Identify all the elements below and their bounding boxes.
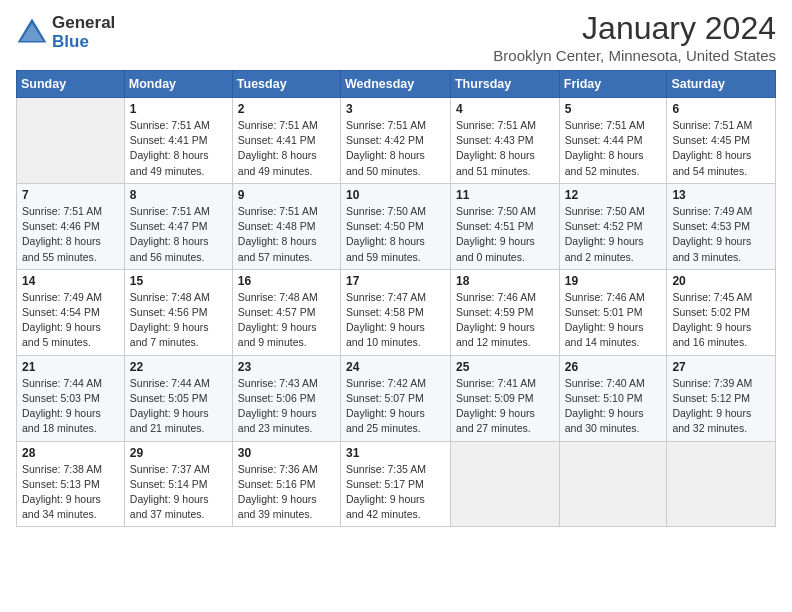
calendar-day-cell: 7Sunrise: 7:51 AMSunset: 4:46 PMDaylight… bbox=[17, 183, 125, 269]
calendar-day-cell: 8Sunrise: 7:51 AMSunset: 4:47 PMDaylight… bbox=[124, 183, 232, 269]
day-info: Sunrise: 7:51 AMSunset: 4:47 PMDaylight:… bbox=[130, 204, 227, 265]
day-info: Sunrise: 7:39 AMSunset: 5:12 PMDaylight:… bbox=[672, 376, 770, 437]
day-number: 11 bbox=[456, 188, 554, 202]
day-number: 28 bbox=[22, 446, 119, 460]
day-info: Sunrise: 7:50 AMSunset: 4:50 PMDaylight:… bbox=[346, 204, 445, 265]
calendar-day-cell bbox=[450, 441, 559, 527]
calendar-week-row: 28Sunrise: 7:38 AMSunset: 5:13 PMDayligh… bbox=[17, 441, 776, 527]
weekday-header: Friday bbox=[559, 71, 667, 98]
day-number: 24 bbox=[346, 360, 445, 374]
weekday-header: Thursday bbox=[450, 71, 559, 98]
day-info: Sunrise: 7:48 AMSunset: 4:56 PMDaylight:… bbox=[130, 290, 227, 351]
day-info: Sunrise: 7:51 AMSunset: 4:44 PMDaylight:… bbox=[565, 118, 662, 179]
calendar-day-cell: 1Sunrise: 7:51 AMSunset: 4:41 PMDaylight… bbox=[124, 98, 232, 184]
day-number: 3 bbox=[346, 102, 445, 116]
day-number: 9 bbox=[238, 188, 335, 202]
calendar-day-cell: 4Sunrise: 7:51 AMSunset: 4:43 PMDaylight… bbox=[450, 98, 559, 184]
title-area: January 2024 Brooklyn Center, Minnesota,… bbox=[493, 10, 776, 64]
day-number: 29 bbox=[130, 446, 227, 460]
day-info: Sunrise: 7:44 AMSunset: 5:03 PMDaylight:… bbox=[22, 376, 119, 437]
day-number: 30 bbox=[238, 446, 335, 460]
weekday-header: Wednesday bbox=[341, 71, 451, 98]
day-number: 14 bbox=[22, 274, 119, 288]
day-info: Sunrise: 7:36 AMSunset: 5:16 PMDaylight:… bbox=[238, 462, 335, 523]
day-number: 20 bbox=[672, 274, 770, 288]
weekday-header: Saturday bbox=[667, 71, 776, 98]
calendar-day-cell: 24Sunrise: 7:42 AMSunset: 5:07 PMDayligh… bbox=[341, 355, 451, 441]
logo-icon bbox=[16, 17, 48, 49]
calendar-week-row: 1Sunrise: 7:51 AMSunset: 4:41 PMDaylight… bbox=[17, 98, 776, 184]
calendar-day-cell: 5Sunrise: 7:51 AMSunset: 4:44 PMDaylight… bbox=[559, 98, 667, 184]
logo-general-text: General bbox=[52, 14, 115, 33]
calendar-day-cell: 28Sunrise: 7:38 AMSunset: 5:13 PMDayligh… bbox=[17, 441, 125, 527]
day-number: 25 bbox=[456, 360, 554, 374]
day-info: Sunrise: 7:48 AMSunset: 4:57 PMDaylight:… bbox=[238, 290, 335, 351]
day-info: Sunrise: 7:38 AMSunset: 5:13 PMDaylight:… bbox=[22, 462, 119, 523]
calendar-day-cell: 23Sunrise: 7:43 AMSunset: 5:06 PMDayligh… bbox=[232, 355, 340, 441]
day-number: 23 bbox=[238, 360, 335, 374]
calendar-day-cell: 12Sunrise: 7:50 AMSunset: 4:52 PMDayligh… bbox=[559, 183, 667, 269]
day-info: Sunrise: 7:37 AMSunset: 5:14 PMDaylight:… bbox=[130, 462, 227, 523]
calendar-day-cell bbox=[17, 98, 125, 184]
calendar-day-cell: 20Sunrise: 7:45 AMSunset: 5:02 PMDayligh… bbox=[667, 269, 776, 355]
calendar-day-cell: 3Sunrise: 7:51 AMSunset: 4:42 PMDaylight… bbox=[341, 98, 451, 184]
calendar-day-cell: 21Sunrise: 7:44 AMSunset: 5:03 PMDayligh… bbox=[17, 355, 125, 441]
day-number: 27 bbox=[672, 360, 770, 374]
day-number: 31 bbox=[346, 446, 445, 460]
day-number: 16 bbox=[238, 274, 335, 288]
logo: General Blue bbox=[16, 14, 115, 51]
calendar-day-cell: 9Sunrise: 7:51 AMSunset: 4:48 PMDaylight… bbox=[232, 183, 340, 269]
day-info: Sunrise: 7:50 AMSunset: 4:52 PMDaylight:… bbox=[565, 204, 662, 265]
weekday-header: Tuesday bbox=[232, 71, 340, 98]
day-info: Sunrise: 7:41 AMSunset: 5:09 PMDaylight:… bbox=[456, 376, 554, 437]
calendar-day-cell: 25Sunrise: 7:41 AMSunset: 5:09 PMDayligh… bbox=[450, 355, 559, 441]
day-info: Sunrise: 7:51 AMSunset: 4:43 PMDaylight:… bbox=[456, 118, 554, 179]
day-number: 18 bbox=[456, 274, 554, 288]
day-info: Sunrise: 7:46 AMSunset: 4:59 PMDaylight:… bbox=[456, 290, 554, 351]
month-title: January 2024 bbox=[493, 10, 776, 47]
day-info: Sunrise: 7:49 AMSunset: 4:53 PMDaylight:… bbox=[672, 204, 770, 265]
day-info: Sunrise: 7:46 AMSunset: 5:01 PMDaylight:… bbox=[565, 290, 662, 351]
calendar-day-cell: 18Sunrise: 7:46 AMSunset: 4:59 PMDayligh… bbox=[450, 269, 559, 355]
day-number: 2 bbox=[238, 102, 335, 116]
day-info: Sunrise: 7:51 AMSunset: 4:48 PMDaylight:… bbox=[238, 204, 335, 265]
day-info: Sunrise: 7:51 AMSunset: 4:46 PMDaylight:… bbox=[22, 204, 119, 265]
calendar-week-row: 21Sunrise: 7:44 AMSunset: 5:03 PMDayligh… bbox=[17, 355, 776, 441]
calendar-day-cell: 17Sunrise: 7:47 AMSunset: 4:58 PMDayligh… bbox=[341, 269, 451, 355]
day-info: Sunrise: 7:35 AMSunset: 5:17 PMDaylight:… bbox=[346, 462, 445, 523]
calendar-day-cell: 13Sunrise: 7:49 AMSunset: 4:53 PMDayligh… bbox=[667, 183, 776, 269]
calendar-day-cell: 11Sunrise: 7:50 AMSunset: 4:51 PMDayligh… bbox=[450, 183, 559, 269]
day-info: Sunrise: 7:51 AMSunset: 4:45 PMDaylight:… bbox=[672, 118, 770, 179]
calendar-day-cell bbox=[667, 441, 776, 527]
day-info: Sunrise: 7:43 AMSunset: 5:06 PMDaylight:… bbox=[238, 376, 335, 437]
day-info: Sunrise: 7:40 AMSunset: 5:10 PMDaylight:… bbox=[565, 376, 662, 437]
day-number: 21 bbox=[22, 360, 119, 374]
day-number: 15 bbox=[130, 274, 227, 288]
logo-blue-text: Blue bbox=[52, 33, 115, 52]
calendar-week-row: 7Sunrise: 7:51 AMSunset: 4:46 PMDaylight… bbox=[17, 183, 776, 269]
calendar-day-cell: 26Sunrise: 7:40 AMSunset: 5:10 PMDayligh… bbox=[559, 355, 667, 441]
calendar-day-cell: 19Sunrise: 7:46 AMSunset: 5:01 PMDayligh… bbox=[559, 269, 667, 355]
calendar-day-cell: 2Sunrise: 7:51 AMSunset: 4:41 PMDaylight… bbox=[232, 98, 340, 184]
day-info: Sunrise: 7:49 AMSunset: 4:54 PMDaylight:… bbox=[22, 290, 119, 351]
day-number: 7 bbox=[22, 188, 119, 202]
day-info: Sunrise: 7:51 AMSunset: 4:41 PMDaylight:… bbox=[238, 118, 335, 179]
day-number: 8 bbox=[130, 188, 227, 202]
calendar-day-cell: 14Sunrise: 7:49 AMSunset: 4:54 PMDayligh… bbox=[17, 269, 125, 355]
day-number: 12 bbox=[565, 188, 662, 202]
location-title: Brooklyn Center, Minnesota, United State… bbox=[493, 47, 776, 64]
calendar-table: SundayMondayTuesdayWednesdayThursdayFrid… bbox=[16, 70, 776, 527]
weekday-header: Monday bbox=[124, 71, 232, 98]
header: General Blue January 2024 Brooklyn Cente… bbox=[16, 10, 776, 64]
day-number: 10 bbox=[346, 188, 445, 202]
day-number: 26 bbox=[565, 360, 662, 374]
calendar-day-cell: 16Sunrise: 7:48 AMSunset: 4:57 PMDayligh… bbox=[232, 269, 340, 355]
day-info: Sunrise: 7:51 AMSunset: 4:42 PMDaylight:… bbox=[346, 118, 445, 179]
calendar-day-cell: 10Sunrise: 7:50 AMSunset: 4:50 PMDayligh… bbox=[341, 183, 451, 269]
calendar-week-row: 14Sunrise: 7:49 AMSunset: 4:54 PMDayligh… bbox=[17, 269, 776, 355]
calendar-day-cell bbox=[559, 441, 667, 527]
day-number: 19 bbox=[565, 274, 662, 288]
day-number: 6 bbox=[672, 102, 770, 116]
day-number: 4 bbox=[456, 102, 554, 116]
day-number: 1 bbox=[130, 102, 227, 116]
